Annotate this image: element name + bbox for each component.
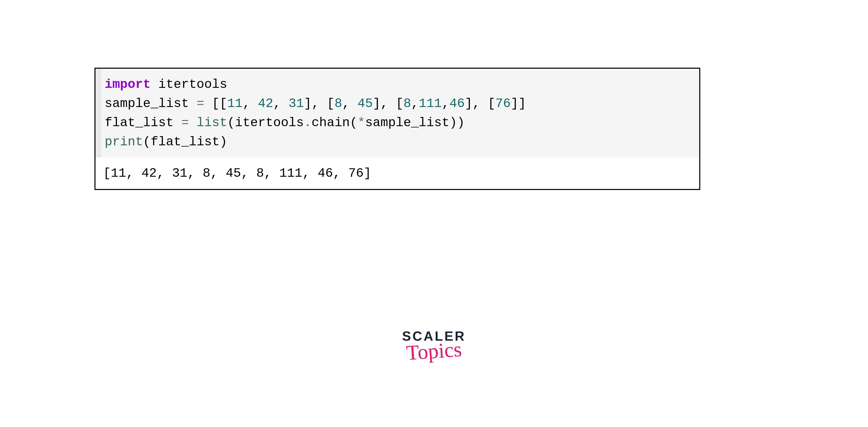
arg: sample_list)): [365, 116, 465, 130]
space: [189, 116, 196, 130]
num: 45: [358, 96, 373, 111]
code-output: [11, 42, 31, 8, 45, 8, 111, 46, 76]: [95, 158, 699, 189]
code-gutter: [95, 69, 101, 158]
bracket-close: ]]: [510, 96, 526, 111]
var-flat-list: flat_list: [105, 116, 181, 130]
bracket: ], [: [465, 96, 495, 111]
num: 76: [495, 96, 510, 111]
code-cell-frame: import itertools sample_list = [[11, 42,…: [94, 68, 700, 190]
fn-print: print: [105, 134, 143, 149]
space: [204, 96, 212, 111]
op-equals: =: [181, 116, 189, 130]
num: 8: [335, 96, 342, 111]
code-input-area: import itertools sample_list = [[11, 42,…: [95, 69, 699, 158]
op-star: *: [358, 116, 365, 130]
num: 42: [258, 96, 273, 111]
bracket: ], [: [304, 96, 335, 111]
dot: .: [304, 116, 311, 130]
comma: ,: [273, 96, 288, 111]
keyword-import: import: [105, 77, 151, 92]
comma: ,: [411, 96, 419, 111]
bracket-open: [[: [212, 96, 227, 111]
fn-list: list: [196, 116, 227, 130]
var-sample-list: sample_list: [105, 96, 196, 111]
chain-call: chain(: [311, 116, 358, 130]
num: 8: [403, 96, 411, 111]
op-equals: =: [196, 96, 204, 111]
comma: ,: [243, 96, 258, 111]
num: 111: [419, 96, 442, 111]
module-name: itertools: [151, 77, 227, 92]
comma: ,: [342, 96, 358, 111]
call: (itertools: [227, 116, 304, 130]
bracket: ], [: [373, 96, 403, 111]
comma: ,: [442, 96, 449, 111]
print-arg: (flat_list): [143, 134, 227, 149]
num: 46: [449, 96, 465, 111]
num: 31: [288, 96, 304, 111]
code-lines: import itertools sample_list = [[11, 42,…: [101, 69, 530, 158]
scaler-topics-logo: SCALER Topics: [393, 330, 475, 361]
num: 11: [227, 96, 243, 111]
